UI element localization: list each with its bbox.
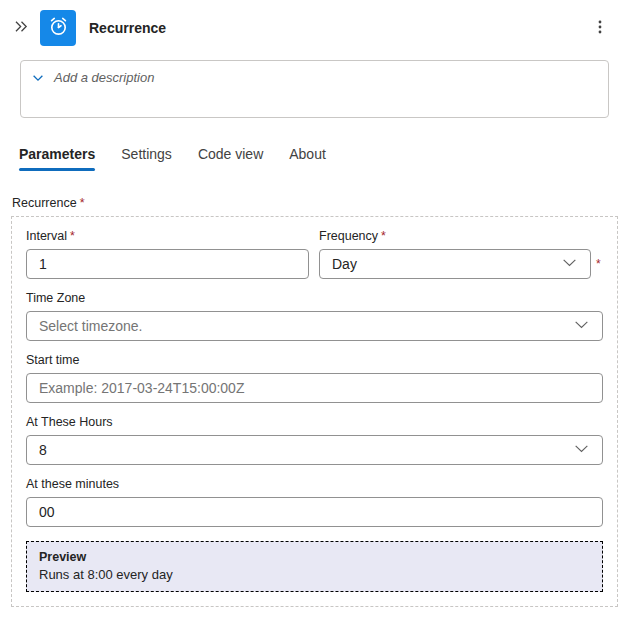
frequency-dropdown[interactable]: Day <box>319 249 591 279</box>
frequency-value: Day <box>332 256 357 272</box>
page-title: Recurrence <box>89 20 166 36</box>
chevron-down-icon <box>573 440 590 460</box>
timezone-dropdown[interactable]: Select timezone. <box>26 311 603 341</box>
start-time-field: Start time <box>26 353 603 403</box>
description-box[interactable]: Add a description <box>20 60 609 118</box>
collapse-panel-button[interactable] <box>6 13 36 43</box>
chevrons-right-icon <box>13 18 30 38</box>
tab-bar: Parameters Settings Code view About <box>19 146 629 171</box>
recurrence-group-label: Recurrence* <box>12 196 629 210</box>
panel-header: Recurrence <box>0 0 629 46</box>
timezone-field: Time Zone Select timezone. <box>26 291 603 341</box>
more-menu-button[interactable] <box>585 13 615 43</box>
minutes-field: At these minutes <box>26 477 603 527</box>
alarm-clock-icon <box>47 15 70 42</box>
timezone-placeholder: Select timezone. <box>39 318 143 334</box>
timezone-label: Time Zone <box>26 291 603 305</box>
hours-value: 8 <box>39 442 47 458</box>
minutes-label: At these minutes <box>26 477 603 491</box>
minutes-input[interactable] <box>26 497 603 527</box>
recurrence-trigger-icon <box>40 10 76 46</box>
chevron-down-icon <box>31 71 45 110</box>
preview-title: Preview <box>39 550 590 564</box>
tab-code-view[interactable]: Code view <box>198 146 263 171</box>
description-placeholder: Add a description <box>54 70 154 110</box>
required-asterisk: * <box>596 257 603 271</box>
tab-about[interactable]: About <box>289 146 326 171</box>
chevron-down-icon <box>573 316 590 336</box>
recurrence-panel: Recurrence Add a description Parameters … <box>0 0 629 607</box>
interval-input[interactable] <box>26 249 309 279</box>
interval-label: Interval* <box>26 229 309 243</box>
hours-field: At These Hours 8 <box>26 415 603 465</box>
frequency-field: Frequency* Day * <box>319 229 603 279</box>
chevron-down-icon <box>561 254 578 274</box>
start-time-input[interactable] <box>26 373 603 403</box>
tab-settings[interactable]: Settings <box>121 146 172 171</box>
start-time-label: Start time <box>26 353 603 367</box>
tab-parameters[interactable]: Parameters <box>19 146 95 171</box>
preview-box: Preview Runs at 8:00 every day <box>26 541 603 592</box>
interval-field: Interval* <box>26 229 309 279</box>
required-asterisk: * <box>70 229 75 243</box>
hours-dropdown[interactable]: 8 <box>26 435 603 465</box>
required-asterisk: * <box>381 229 386 243</box>
recurrence-group: Interval* Frequency* Day <box>11 216 618 607</box>
required-asterisk: * <box>80 196 85 210</box>
frequency-label: Frequency* <box>319 229 603 243</box>
preview-text: Runs at 8:00 every day <box>39 567 590 582</box>
vertical-ellipsis-icon <box>592 19 608 38</box>
hours-label: At These Hours <box>26 415 603 429</box>
